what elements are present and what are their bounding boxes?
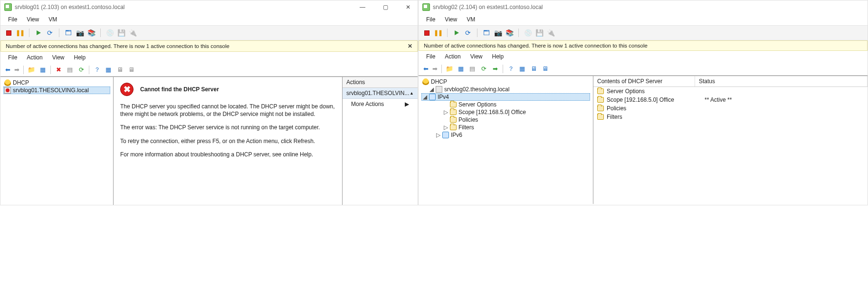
mmc-menu-file[interactable]: File bbox=[4, 53, 21, 62]
mmc-menu-file[interactable]: File bbox=[422, 52, 439, 61]
floppy-icon[interactable]: 💾 bbox=[535, 29, 544, 37]
mmc-menu-action[interactable]: Action bbox=[23, 53, 46, 62]
snapshot-icon[interactable]: 🗔 bbox=[482, 29, 491, 37]
vm-console-right: srvblog02 (2.104) on esxtest1.contoso.lo… bbox=[418, 0, 868, 205]
forward-icon[interactable]: ➡ bbox=[13, 66, 20, 73]
tree-server-options[interactable]: Server Options bbox=[421, 101, 590, 108]
cd-icon[interactable]: 💿 bbox=[524, 29, 532, 37]
actions-selected[interactable]: srvblog01.THESOLVIN... ▲ bbox=[343, 88, 418, 99]
error-paragraph-1: The DHCP server you specified cannot be … bbox=[120, 103, 335, 118]
column-contents[interactable]: Contents of DHCP Server bbox=[593, 76, 695, 87]
add-server-icon[interactable]: 🖥 bbox=[126, 65, 136, 75]
caret-spacer bbox=[443, 101, 448, 108]
up-folder-icon[interactable]: 📁 bbox=[27, 65, 36, 75]
usb-icon[interactable]: 🔌 bbox=[128, 29, 137, 37]
close-button[interactable]: ✕ bbox=[402, 4, 414, 10]
back-icon[interactable]: ⬅ bbox=[4, 66, 11, 73]
snapshot-icon[interactable]: 🗔 bbox=[64, 29, 73, 37]
folder-icon bbox=[597, 88, 604, 94]
properties-icon[interactable]: ▤ bbox=[467, 64, 477, 74]
mmc-menu-action[interactable]: Action bbox=[441, 52, 464, 61]
snapshot-manager-icon[interactable]: 📷 bbox=[76, 29, 84, 37]
revert-snapshot-icon[interactable]: 📚 bbox=[87, 29, 95, 37]
vm-console-left: srvblog01 (2.103) on esxtest1.contoso.lo… bbox=[0, 0, 418, 205]
tree-server[interactable]: ◢ srvblog02.thesolving.local bbox=[421, 86, 590, 93]
error-paragraph-4: For more information about troubleshooti… bbox=[120, 151, 335, 158]
list-item[interactable]: Scope [192.168.5.0] Office ** Active ** bbox=[593, 96, 868, 104]
list-item-label: Policies bbox=[607, 105, 702, 112]
tree-item-label: Scope [192.168.5.0] Office bbox=[458, 109, 526, 116]
cd-icon[interactable]: 💿 bbox=[105, 29, 114, 37]
manage-servers-icon[interactable]: 🖥 bbox=[529, 64, 538, 74]
action-pane-icon[interactable]: ▦ bbox=[104, 65, 113, 75]
play-icon[interactable] bbox=[34, 29, 43, 37]
list-item[interactable]: Server Options bbox=[593, 87, 868, 96]
tree-ipv6[interactable]: ▷ IPv6 bbox=[421, 131, 590, 139]
tree-ipv4[interactable]: ◢ IPv4 bbox=[421, 93, 590, 101]
help-icon[interactable]: ？ bbox=[92, 65, 102, 75]
caret-open-icon[interactable]: ◢ bbox=[422, 94, 427, 100]
dhcp-icon bbox=[422, 78, 429, 85]
menu-vm[interactable]: VM bbox=[45, 15, 61, 24]
vm-menubar: File View VM bbox=[419, 14, 868, 25]
folder-icon bbox=[450, 125, 457, 130]
tree-root-dhcp[interactable]: DHCP bbox=[3, 79, 110, 87]
menu-view[interactable]: View bbox=[441, 15, 461, 24]
revert-snapshot-icon[interactable]: 📚 bbox=[505, 29, 514, 37]
up-folder-icon[interactable]: 📁 bbox=[445, 64, 454, 74]
list-item[interactable]: Policies bbox=[593, 104, 868, 113]
folder-icon bbox=[450, 102, 457, 107]
list-item[interactable]: Filters bbox=[593, 113, 868, 121]
back-icon[interactable]: ⬅ bbox=[422, 65, 429, 72]
pause-icon[interactable]: ❚❚ bbox=[16, 29, 24, 37]
mmc-menu-view[interactable]: View bbox=[467, 52, 486, 61]
minimize-button[interactable]: — bbox=[357, 4, 368, 10]
caret-closed-icon[interactable]: ▷ bbox=[436, 132, 440, 138]
export-icon[interactable]: ➡ bbox=[490, 64, 500, 74]
tree-server[interactable]: srvblog01.THESOLVING.local bbox=[3, 87, 110, 94]
forward-icon[interactable]: ➡ bbox=[431, 65, 439, 72]
mmc-menu-help[interactable]: Help bbox=[488, 52, 508, 61]
menu-vm[interactable]: VM bbox=[463, 15, 479, 24]
menu-file[interactable]: File bbox=[422, 15, 439, 24]
add-server-icon[interactable]: 🖥 bbox=[540, 64, 550, 74]
mmc-menu-help[interactable]: Help bbox=[70, 53, 90, 62]
actions-more[interactable]: More Actions ▶ bbox=[343, 99, 418, 109]
properties-icon[interactable]: ▤ bbox=[65, 65, 75, 75]
menu-file[interactable]: File bbox=[4, 15, 21, 24]
tree-filters[interactable]: ▷ Filters bbox=[421, 124, 590, 131]
results-header: Contents of DHCP Server Status bbox=[593, 76, 868, 87]
maximize-button[interactable]: ▢ bbox=[380, 4, 391, 10]
pause-icon[interactable]: ❚❚ bbox=[434, 29, 442, 37]
refresh-icon[interactable]: ⟳ bbox=[76, 65, 86, 75]
help-icon[interactable]: ？ bbox=[506, 64, 515, 74]
restart-icon[interactable]: ⟳ bbox=[464, 29, 472, 37]
caret-closed-icon[interactable]: ▷ bbox=[443, 124, 448, 131]
mmc-menu-view[interactable]: View bbox=[48, 53, 68, 62]
stop-icon[interactable] bbox=[422, 29, 431, 37]
show-hide-tree-icon[interactable]: ▦ bbox=[38, 65, 48, 75]
manage-servers-icon[interactable]: 🖥 bbox=[115, 65, 124, 75]
stop-icon[interactable] bbox=[4, 29, 13, 37]
tree-item-label: Server Options bbox=[458, 101, 496, 108]
action-pane-icon[interactable]: ▦ bbox=[517, 64, 527, 74]
restart-icon[interactable]: ⟳ bbox=[46, 29, 54, 37]
tree-policies[interactable]: Policies bbox=[421, 116, 590, 124]
show-hide-tree-icon[interactable]: ▦ bbox=[456, 64, 466, 74]
banner-close-icon[interactable]: ✕ bbox=[408, 43, 412, 49]
menu-view[interactable]: View bbox=[23, 15, 43, 24]
caret-open-icon[interactable]: ◢ bbox=[429, 86, 434, 93]
refresh-icon[interactable]: ⟳ bbox=[479, 64, 488, 74]
dhcp-icon bbox=[4, 79, 11, 86]
folder-icon bbox=[450, 117, 457, 123]
play-icon[interactable] bbox=[452, 29, 461, 37]
banner-text: Number of active connections has changed… bbox=[424, 43, 648, 48]
usb-icon[interactable]: 🔌 bbox=[546, 29, 555, 37]
caret-closed-icon[interactable]: ▷ bbox=[443, 109, 448, 116]
delete-icon[interactable]: ✖ bbox=[54, 65, 63, 75]
tree-scope[interactable]: ▷ Scope [192.168.5.0] Office bbox=[421, 108, 590, 116]
snapshot-manager-icon[interactable]: 📷 bbox=[494, 29, 502, 37]
column-status[interactable]: Status bbox=[695, 76, 868, 87]
tree-root-dhcp[interactable]: DHCP bbox=[421, 78, 590, 86]
floppy-icon[interactable]: 💾 bbox=[117, 29, 125, 37]
